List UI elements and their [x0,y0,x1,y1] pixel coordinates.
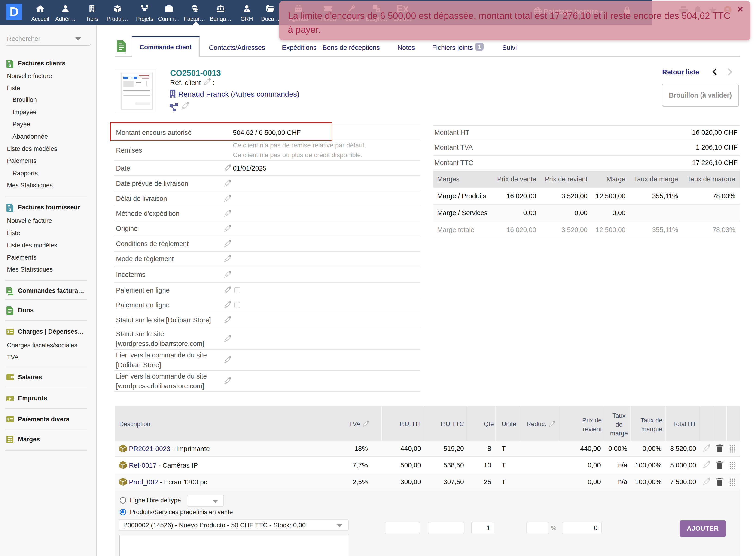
svg-text:$: $ [9,207,11,212]
svg-text:$: $ [7,329,9,334]
svg-text:$: $ [9,63,11,68]
svg-text:0: 0 [10,397,11,400]
svg-text:$: $ [7,417,9,421]
